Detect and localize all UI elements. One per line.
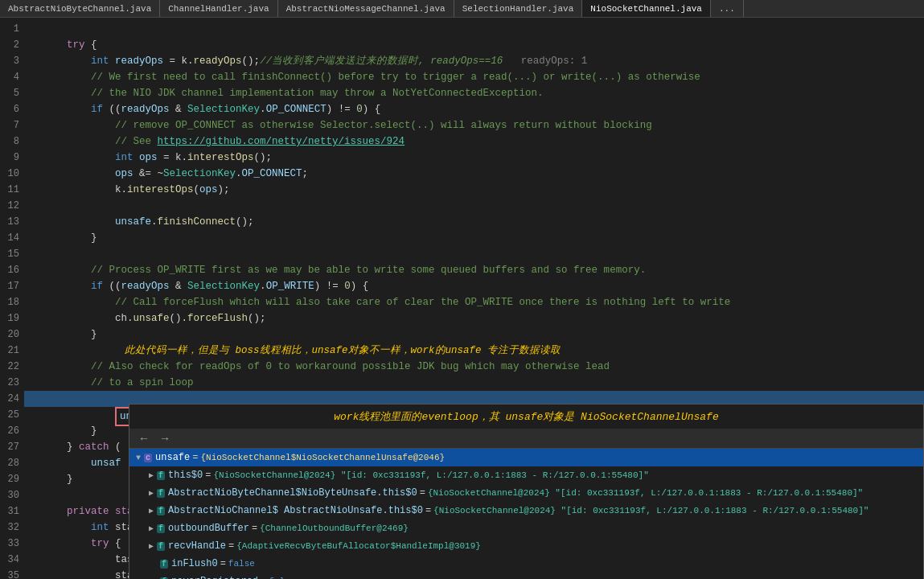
- expand-arrow-icon: ▼: [136, 454, 141, 462]
- code-line: // Call forceFlush which will also take …: [24, 278, 924, 294]
- field-icon: f: [157, 507, 165, 515]
- tab-5[interactable]: NioSocketChannel.java: [582, 0, 711, 18]
- var-val: false: [228, 559, 255, 569]
- var-name: this$0: [168, 470, 203, 481]
- var-equals: =: [192, 452, 198, 463]
- code-line: if ((readyOps & (SelectionKey.OP_READ | …: [24, 375, 924, 391]
- var-row-inflush[interactable]: f inFlush0 = false: [129, 555, 923, 573]
- var-name: unsafe: [155, 452, 190, 463]
- expand-icon: ▶: [149, 488, 154, 498]
- var-val: {ChannelOutboundBuffer@2469}: [260, 524, 409, 533]
- code-area: try { int readyOps = k.readyOps();//当收到客…: [24, 18, 924, 579]
- var-eq: =: [425, 505, 431, 516]
- debug-forward-button[interactable]: →: [157, 432, 173, 445]
- expand-icon: ▶: [149, 470, 154, 480]
- expand-icon: ▶: [149, 541, 154, 551]
- var-val: {NioSocketChannel@2024} "[id: 0xc331193f…: [433, 506, 869, 515]
- var-eq: =: [228, 540, 234, 552]
- var-row-niobytethat[interactable]: ▶ f AbstractNioByteChannel$NioByteUnsafe…: [129, 484, 923, 502]
- var-eq: =: [220, 558, 226, 569]
- var-list: ▶ f this$0 = {NioSocketChannel@2024} "[i…: [129, 466, 923, 579]
- var-eq: =: [420, 487, 425, 499]
- var-row-this0[interactable]: ▶ f this$0 = {NioSocketChannel@2024} "[i…: [129, 466, 923, 484]
- code-line: // See https://github.com/netty/netty/is…: [24, 117, 924, 133]
- field-icon: f: [157, 489, 165, 498]
- code-line: if ((readyOps & SelectionKey.OP_CONNECT)…: [24, 85, 924, 101]
- class-icon: c: [144, 454, 152, 462]
- tab-bar: AbstractNioByteChannel.java ChannelHandl…: [0, 0, 924, 18]
- code-line: // the NIO JDK channel implementation ma…: [24, 69, 924, 85]
- code-line: }: [24, 214, 924, 230]
- code-line: ch.unsafe().forceFlush();: [24, 294, 924, 310]
- annotation-line: 此处代码一样，但是与 boss线程相比，unsafe对象不一样，work的uns…: [24, 326, 924, 343]
- debug-popup: work线程池里面的eventloop，其 unsafe对象是 NioSocke…: [129, 404, 924, 579]
- var-eq: =: [261, 576, 266, 579]
- code-line: }: [24, 310, 924, 326]
- expand-icon: ▶: [149, 524, 154, 533]
- field-icon: f: [157, 542, 165, 551]
- main-area: 1 2 3 4 5 6 7 8 9 10 11 12 13 14 15 16 1…: [0, 18, 924, 579]
- tab-3[interactable]: AbstractNioMessageChannel.java: [278, 0, 454, 18]
- code-line: [24, 230, 924, 246]
- field-icon: f: [157, 524, 165, 533]
- selected-var-row[interactable]: ▼ c unsafe = {NioSocketChannel$NioSocket…: [129, 449, 923, 466]
- code-line: // Also check for readOps of 0 to workar…: [24, 343, 924, 359]
- var-val: {NioSocketChannel@2024} "[id: 0xc331193f…: [428, 488, 863, 498]
- debug-back-button[interactable]: ←: [136, 432, 152, 445]
- code-line: try {: [24, 21, 924, 37]
- code-line: if ((readyOps & SelectionKey.OP_WRITE) !…: [24, 262, 924, 278]
- var-name: inFlush0: [171, 558, 218, 569]
- code-line: k.interestOps(ops);: [24, 166, 924, 182]
- expand-icon: ▶: [149, 506, 154, 515]
- var-eq: =: [252, 523, 257, 534]
- var-row-outbound[interactable]: ▶ f outboundBuffer = {ChannelOutboundBuf…: [129, 519, 923, 537]
- var-name: recvHandle: [168, 540, 226, 552]
- tab-1[interactable]: AbstractNioByteChannel.java: [0, 0, 160, 18]
- var-value: {NioSocketChannel$NioSocketChannelUnsafe…: [200, 453, 445, 462]
- var-row-abstractniounsafe[interactable]: ▶ f AbstractNioChannel$ AbstractNioUnsaf…: [129, 502, 923, 519]
- code-line: // We first need to call finishConnect()…: [24, 53, 924, 69]
- debug-comment: work线程池里面的eventloop，其 unsafe对象是 NioSocke…: [129, 404, 923, 429]
- var-row-recvhandle[interactable]: ▶ f recvHandle = {AdaptiveRecvByteBufAll…: [129, 537, 923, 555]
- field-icon: f: [160, 560, 168, 569]
- code-line: // remove OP_CONNECT as otherwise Select…: [24, 101, 924, 117]
- var-eq: =: [205, 470, 211, 481]
- var-name: AbstractNioByteChannel$NioByteUnsafe.thi…: [168, 487, 417, 499]
- debug-nav: ← →: [129, 429, 923, 449]
- field-icon: f: [157, 471, 165, 480]
- code-line: // to a spin loop: [24, 359, 924, 375]
- code-line: [24, 182, 924, 198]
- var-val: {NioSocketChannel@2024} "[id: 0xc331193f…: [213, 470, 648, 480]
- code-line: int ops = k.interestOps();: [24, 133, 924, 150]
- var-name: neverRegistered: [171, 576, 258, 579]
- code-line: int readyOps = k.readyOps();//当收到客户端发送过来…: [24, 37, 924, 53]
- line-numbers: 1 2 3 4 5 6 7 8 9 10 11 12 13 14 15 16 1…: [0, 18, 24, 579]
- code-line: ops &= ~SelectionKey.OP_CONNECT;: [24, 150, 924, 166]
- tab-2[interactable]: ChannelHandler.java: [160, 0, 277, 18]
- tab-6[interactable]: ...: [711, 0, 744, 18]
- code-line: unsafe.finishConnect();: [24, 198, 924, 214]
- var-name: outboundBuffer: [168, 523, 249, 534]
- var-val: {AdaptiveRecvByteBufAllocator$HandleImpl…: [236, 541, 481, 551]
- tab-4[interactable]: SelectionHandler.java: [454, 0, 583, 18]
- code-line: // Process OP_WRITE first as we may be a…: [24, 246, 924, 262]
- var-row-neverregistered[interactable]: f neverRegistered = false: [129, 573, 923, 579]
- var-name: AbstractNioChannel$ AbstractNioUnsafe.th…: [168, 505, 423, 516]
